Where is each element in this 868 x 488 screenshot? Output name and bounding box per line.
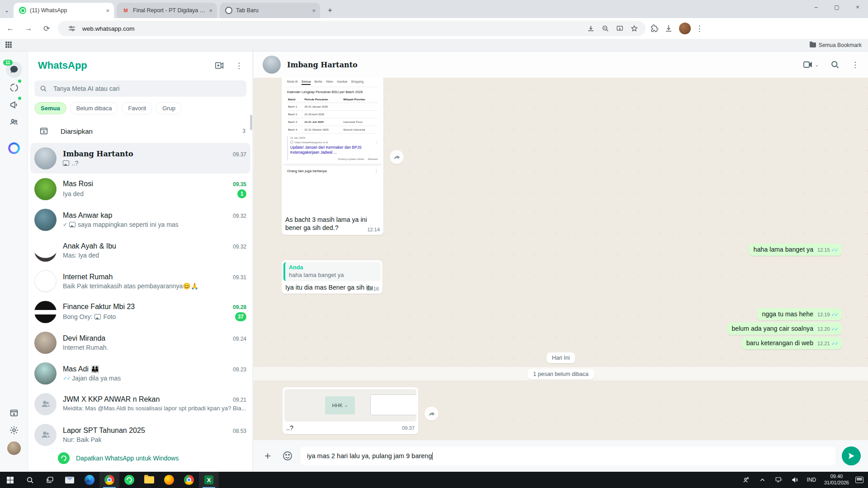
outgoing-message[interactable]: haha lama banget ya12.15✓✓ bbox=[749, 244, 842, 256]
quoted-message[interactable]: Anda haha lama banget ya bbox=[283, 262, 381, 281]
back-button[interactable]: ← bbox=[3, 21, 18, 36]
install-icon[interactable] bbox=[614, 23, 626, 34]
forward-message-button[interactable] bbox=[390, 150, 404, 164]
minimize-button[interactable]: – bbox=[806, 0, 826, 14]
archive-rail-button[interactable] bbox=[6, 405, 22, 421]
people-icon[interactable] bbox=[738, 472, 755, 488]
channels-rail-button[interactable] bbox=[6, 97, 22, 113]
sidebar-menu-icon[interactable]: ⋮ bbox=[235, 61, 243, 70]
chat-list-item[interactable]: Devi Miranda09.24 Internet Rumah. bbox=[28, 327, 253, 358]
taskbar-whatsapp-icon[interactable] bbox=[119, 472, 139, 488]
forward-button[interactable]: → bbox=[21, 21, 36, 36]
outgoing-message[interactable]: baru keterangan di web12.21✓✓ bbox=[742, 337, 842, 349]
incoming-image-message[interactable]: HHK⌄ ..? 09.37 bbox=[283, 387, 418, 434]
search-input[interactable]: Tanya Meta AI atau cari bbox=[34, 80, 246, 97]
download-page-icon[interactable] bbox=[585, 23, 597, 34]
media-icon bbox=[63, 160, 69, 166]
volume-icon[interactable] bbox=[787, 472, 803, 488]
profile-rail-button[interactable] bbox=[6, 440, 22, 456]
tab-close-icon[interactable]: × bbox=[106, 7, 109, 14]
sidebar-scrollbar[interactable] bbox=[250, 115, 252, 130]
message-input[interactable]: iya mas 2 hari lalu ya, pulang jam 9 bar… bbox=[301, 446, 835, 465]
taskbar-edge-icon[interactable] bbox=[80, 472, 99, 488]
incoming-image-message[interactable]: Mode AI Semua Berita Video Gambar Shoppi… bbox=[282, 78, 383, 235]
get-whatsapp-banner[interactable]: Dapatkan WhatsApp untuk Windows bbox=[28, 448, 253, 468]
tab-search-chevron-icon[interactable]: ⌄ bbox=[0, 3, 14, 18]
settings-rail-button[interactable] bbox=[6, 422, 22, 438]
tab-new[interactable]: Tab Baru × bbox=[220, 3, 320, 18]
tray-chevron-up-icon[interactable] bbox=[755, 472, 771, 488]
attached-image[interactable]: HHK⌄ bbox=[284, 389, 416, 422]
taskbar-file-explorer-icon[interactable] bbox=[139, 472, 159, 488]
chat-list-item[interactable]: Mas Anwar kap09.32 ✓saya mappingkan sepe… bbox=[28, 204, 253, 235]
conversation-menu-icon[interactable]: ⋮ bbox=[851, 60, 859, 70]
network-icon[interactable] bbox=[771, 472, 787, 488]
chat-list-item[interactable]: JWM X KKP ANWAR n Rekan09.21 Meidita: Ma… bbox=[28, 389, 253, 419]
filter-semua[interactable]: Semua bbox=[34, 102, 66, 114]
maximize-button[interactable]: ▢ bbox=[826, 0, 847, 14]
communities-rail-button[interactable] bbox=[6, 114, 22, 130]
chat-list-item[interactable]: Mas Adi 👨‍👩‍👦09.23 ✓✓Jajan dila ya mas bbox=[28, 358, 253, 389]
filter-grup[interactable]: Grup bbox=[156, 102, 182, 114]
bookmark-star-icon[interactable] bbox=[628, 23, 640, 34]
image-detail-box bbox=[370, 394, 416, 415]
avatar bbox=[34, 301, 57, 323]
contact-avatar[interactable] bbox=[263, 56, 281, 74]
url-text[interactable]: web.whatsapp.com bbox=[82, 25, 582, 32]
chat-list-item[interactable]: Mas Rosi09.35 Iya ded1 bbox=[28, 174, 253, 204]
emoji-icon[interactable] bbox=[281, 449, 294, 463]
outgoing-message[interactable]: belum ada yang cair soalnya12.20✓✓ bbox=[727, 323, 842, 335]
browser-profile-avatar[interactable] bbox=[679, 23, 691, 34]
meta-ai-rail-button[interactable] bbox=[6, 140, 22, 156]
downloads-icon[interactable] bbox=[663, 23, 675, 34]
contact-name[interactable]: Imbang Hartanto bbox=[287, 61, 358, 69]
chat-list-item[interactable]: Lapor SPT Tahunan 202508.53 Nur: Baik Pa… bbox=[28, 419, 253, 448]
chat-list-item[interactable]: Anak Ayah & Ibu09.32 Mas: Iya ded bbox=[28, 235, 253, 266]
start-button[interactable] bbox=[0, 472, 20, 488]
language-indicator[interactable]: IND bbox=[803, 472, 820, 488]
chats-rail-button[interactable]: 11 bbox=[6, 61, 22, 78]
incoming-reply-message[interactable]: Anda haha lama banget ya Iya itu dia mas… bbox=[282, 260, 382, 294]
messages-area[interactable]: Mode AI Semua Berita Video Gambar Shoppi… bbox=[254, 78, 868, 440]
outgoing-message[interactable]: ngga tu mas hehe12.19✓✓ bbox=[757, 308, 842, 320]
tab-close-icon[interactable]: × bbox=[209, 7, 212, 14]
search-in-chat-icon[interactable] bbox=[830, 60, 840, 69]
attach-plus-icon[interactable]: + bbox=[261, 449, 274, 463]
tab-close-icon[interactable]: × bbox=[312, 7, 316, 14]
extensions-icon[interactable] bbox=[648, 23, 660, 34]
clock[interactable]: 09.40 31/01/2026 bbox=[820, 474, 854, 486]
zoom-icon[interactable] bbox=[599, 23, 611, 34]
taskbar-excel-icon[interactable]: X bbox=[199, 472, 219, 488]
send-button[interactable] bbox=[842, 446, 861, 465]
video-call-button[interactable]: ⌄ bbox=[802, 59, 819, 70]
new-chat-icon[interactable] bbox=[214, 61, 224, 70]
forward-message-button[interactable] bbox=[425, 407, 439, 421]
close-button[interactable]: × bbox=[847, 0, 868, 14]
taskbar-firefox-icon[interactable] bbox=[159, 472, 179, 488]
address-bar[interactable]: web.whatsapp.com bbox=[58, 21, 646, 36]
taskbar-mail-icon[interactable] bbox=[60, 472, 80, 488]
tab-final-report[interactable]: M Final Report - PT Digdaya Kenca × bbox=[117, 3, 217, 18]
tab-whatsapp[interactable]: (11) WhatsApp × bbox=[14, 3, 114, 18]
chat-list-item[interactable]: Imbang Hartanto09.37 ..? bbox=[30, 143, 250, 174]
archived-row[interactable]: Diarsipkan 3 bbox=[28, 120, 253, 142]
filter-belum-dibaca[interactable]: Belum dibaca bbox=[70, 102, 118, 114]
chat-list-item[interactable]: Finance Faktur Mbi 2309.28 Bong Oxy:Foto… bbox=[28, 296, 253, 327]
chat-sidebar: WhatsApp ⋮ Tanya Meta AI atau cari Semua… bbox=[28, 52, 253, 472]
browser-menu-icon[interactable]: ⋮ bbox=[693, 23, 705, 34]
site-settings-icon[interactable] bbox=[66, 23, 78, 34]
task-view-button[interactable] bbox=[40, 472, 60, 488]
status-rail-button[interactable] bbox=[6, 80, 22, 96]
taskbar-chrome-2-icon[interactable] bbox=[179, 472, 199, 488]
reload-button[interactable]: ⟳ bbox=[39, 21, 54, 36]
taskbar-chrome-icon[interactable] bbox=[99, 472, 119, 488]
conversation-header[interactable]: Imbang Hartanto ⌄ ⋮ bbox=[254, 52, 868, 78]
taskbar-search-button[interactable] bbox=[20, 472, 40, 488]
apps-grid-icon[interactable] bbox=[5, 42, 13, 49]
chat-preview: Foto bbox=[103, 313, 116, 320]
new-tab-button[interactable]: + bbox=[324, 4, 336, 17]
filter-favorit[interactable]: Favorit bbox=[122, 102, 152, 114]
chat-list-item[interactable]: Internet Rumah09.31 Baik Pak terimakasih… bbox=[28, 266, 253, 296]
all-bookmarks[interactable]: Semua Bookmark bbox=[810, 42, 862, 48]
notification-center-icon[interactable] bbox=[855, 477, 863, 483]
